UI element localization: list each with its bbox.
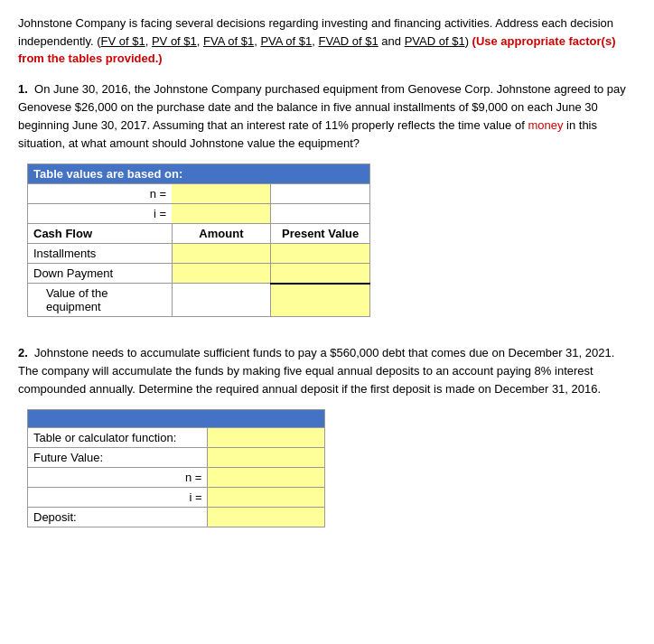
- q2-deposit-input[interactable]: [208, 508, 325, 527]
- q2-number: 2.: [18, 346, 28, 359]
- intro-and: and: [378, 34, 405, 48]
- q1-i-input[interactable]: [172, 204, 271, 224]
- q1-i-row: i =: [28, 204, 370, 224]
- q1-value-row: Value of the equipment: [28, 284, 370, 317]
- q1-value-pv[interactable]: [271, 284, 370, 317]
- question-2: 2. Johnstone needs to accumulate suffici…: [18, 344, 636, 527]
- q2-i-row: i =: [28, 488, 325, 508]
- q1-n-empty: [271, 184, 370, 204]
- intro-text2: ): [465, 34, 472, 48]
- q2-calc-function-input[interactable]: [208, 428, 325, 448]
- q1-col-present-value: Present Value: [271, 224, 370, 244]
- q2-text-content: Johnstone needs to accumulate sufficient…: [18, 346, 614, 396]
- intro-comma2: ,: [197, 34, 203, 48]
- fvad-link: FVAD of $1: [319, 34, 378, 48]
- intro-paragraph: Johnstone Company is facing several deci…: [18, 14, 636, 68]
- q1-value-amount-empty: [172, 284, 271, 317]
- q1-i-empty: [271, 204, 370, 224]
- pva-link: PVA of $1: [260, 34, 312, 48]
- q1-down-payment-pv[interactable]: [271, 264, 370, 284]
- q1-text: 1. On June 30, 2016, the Johnstone Compa…: [18, 80, 636, 154]
- q2-future-value-label: Future Value:: [28, 448, 208, 468]
- q1-installments-row: Installments: [28, 244, 370, 264]
- q1-installments-label: Installments: [28, 244, 173, 264]
- q1-number: 1.: [18, 82, 28, 96]
- q1-n-row: n =: [28, 184, 370, 204]
- q2-i-label: i =: [28, 488, 208, 508]
- q1-down-payment-label: Down Payment: [28, 264, 173, 284]
- q1-table-header-row: Table values are based on:: [28, 164, 370, 184]
- q1-col-amount: Amount: [172, 224, 271, 244]
- q1-down-payment-amount[interactable]: [172, 264, 271, 284]
- intro-comma1: ,: [145, 34, 152, 48]
- q1-n-label: n =: [28, 184, 173, 204]
- q2-calc-function-row: Table or calculator function:: [28, 428, 325, 448]
- q1-col-cash-flow: Cash Flow: [28, 224, 173, 244]
- question-1: 1. On June 30, 2016, the Johnstone Compa…: [18, 80, 636, 318]
- q1-col-header-row: Cash Flow Amount Present Value: [28, 224, 370, 244]
- q2-spacer-row: [28, 410, 325, 428]
- q1-table-header: Table values are based on:: [28, 164, 370, 184]
- q2-future-value-row: Future Value:: [28, 448, 325, 468]
- q2-text: 2. Johnstone needs to accumulate suffici…: [18, 344, 636, 398]
- q1-highlight: money: [528, 118, 563, 132]
- q2-deposit-row: Deposit:: [28, 508, 325, 527]
- q2-future-value-input[interactable]: [208, 448, 325, 468]
- fva-link: FVA of $1: [203, 34, 254, 48]
- q2-n-row: n =: [28, 468, 325, 488]
- fv-link: FV of $1: [101, 34, 145, 48]
- q1-down-payment-row: Down Payment: [28, 264, 370, 284]
- pv-link: PV of $1: [152, 34, 197, 48]
- q2-table: Table or calculator function: Future Val…: [27, 409, 325, 527]
- q2-calc-function-label: Table or calculator function:: [28, 428, 208, 448]
- q1-installments-pv[interactable]: [271, 244, 370, 264]
- q2-n-input[interactable]: [208, 468, 325, 488]
- q1-installments-amount[interactable]: [172, 244, 271, 264]
- pvad-link: PVAD of $1: [405, 34, 465, 48]
- q1-table: Table values are based on: n = i = Cash …: [27, 163, 370, 317]
- q1-i-label: i =: [28, 204, 173, 224]
- q2-i-input[interactable]: [208, 488, 325, 508]
- intro-comma4: ,: [312, 34, 318, 48]
- q1-value-label: Value of the equipment: [28, 284, 173, 317]
- q2-n-label: n =: [28, 468, 208, 488]
- q1-n-input[interactable]: [172, 184, 271, 204]
- q2-deposit-label: Deposit:: [28, 508, 208, 527]
